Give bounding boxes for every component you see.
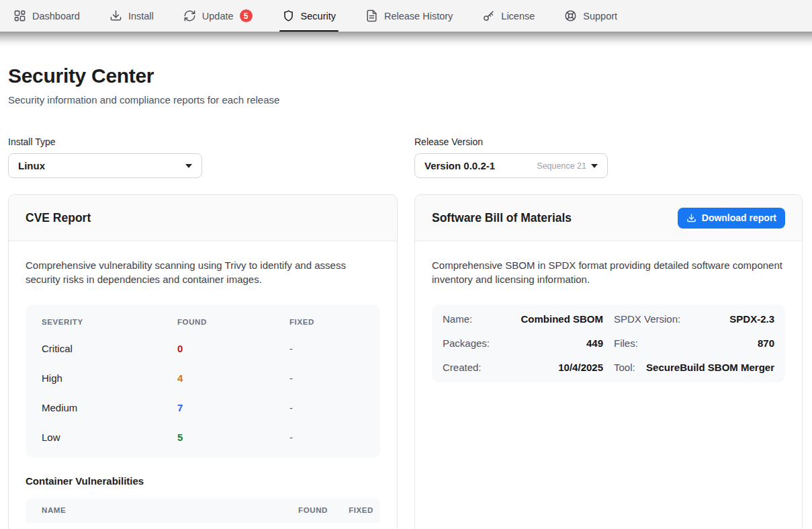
container-vulnerabilities-title: Container Vulnerabilities <box>26 475 380 487</box>
sequence-label: Sequence 21 <box>537 161 586 171</box>
sbom-card-header: Software Bill of Materials Download repo… <box>415 195 802 241</box>
release-version-label: Release Version <box>414 136 803 147</box>
nav-label: Install <box>128 11 154 22</box>
field-label: SPDX Version: <box>614 313 680 325</box>
table-row-high: High 4 - <box>26 364 380 393</box>
table-row-medium: Medium 7 - <box>26 393 380 423</box>
chevron-down-icon <box>591 164 598 168</box>
download-report-button[interactable]: Download report <box>678 208 785 229</box>
active-tab-underline <box>279 30 339 32</box>
col-name: NAME <box>42 506 274 514</box>
file-text-icon <box>365 9 378 22</box>
col-fixed: FIXED <box>289 318 364 326</box>
filters-row: Install Type Linux Release Version Versi… <box>8 136 803 178</box>
field-label: Name: <box>443 313 472 325</box>
chevron-down-icon <box>185 164 192 168</box>
nav-item-security[interactable]: Security <box>275 0 343 32</box>
key-icon <box>482 9 495 22</box>
field-value: SecureBuild SBOM Merger <box>646 362 774 373</box>
sbom-field-spdx-version: SPDX Version: SPDX-2.3 <box>614 313 774 325</box>
nav-shadow-divider <box>0 32 812 46</box>
update-count-badge: 5 <box>240 9 253 22</box>
install-type-filter: Install Type Linux <box>8 136 398 178</box>
fixed-count: - <box>289 372 364 384</box>
sbom-description: Comprehensive SBOM in SPDX format provid… <box>432 258 785 287</box>
sbom-card: Software Bill of Materials Download repo… <box>414 194 803 529</box>
table-row-low: Low 5 - <box>26 423 380 452</box>
nav-label: License <box>501 11 535 22</box>
cve-report-card: CVE Report Comprehensive vulnerability s… <box>8 194 398 529</box>
nav-label: Security <box>301 11 336 22</box>
nav-label: Release History <box>384 11 453 22</box>
nav-item-update[interactable]: Update 5 <box>177 0 259 32</box>
field-value: SPDX-2.3 <box>729 313 774 325</box>
nav-item-release-history[interactable]: Release History <box>359 0 459 32</box>
sbom-info-row: Packages: 449 Files: 870 <box>443 331 774 356</box>
severity-name: Low <box>42 432 177 443</box>
sbom-field-created: Created: 10/4/2025 <box>443 362 603 373</box>
col-found: FOUND <box>274 506 328 514</box>
severity-name: Medium <box>42 402 177 413</box>
sbom-info-row: Created: 10/4/2025 Tool: SecureBuild SBO… <box>443 356 774 380</box>
field-label: Files: <box>614 337 638 349</box>
sbom-info-panel: Name: Combined SBOM SPDX Version: SPDX-2… <box>432 304 785 382</box>
nav-label: Update <box>202 11 234 22</box>
release-version-filter: Release Version Version 0.0.2-1 Sequence… <box>414 136 803 178</box>
sbom-card-title: Software Bill of Materials <box>432 211 572 225</box>
cve-card-body: Comprehensive vulnerability scanning usi… <box>9 241 397 529</box>
found-count: 7 <box>177 402 289 413</box>
release-version-value: Version 0.0.2-1 <box>424 160 495 171</box>
sbom-field-packages: Packages: 449 <box>443 337 603 349</box>
found-count: 5 <box>177 432 289 443</box>
field-value: 10/4/2025 <box>558 362 603 373</box>
nav-item-license[interactable]: License <box>476 0 541 32</box>
field-value: Combined SBOM <box>521 313 604 325</box>
col-found: FOUND <box>177 318 289 326</box>
nav-item-dashboard[interactable]: Dashboard <box>7 0 87 32</box>
nav-label: Dashboard <box>32 11 80 22</box>
nav-item-support[interactable]: Support <box>557 0 624 32</box>
page-title: Security Center <box>8 65 803 87</box>
sbom-card-body: Comprehensive SBOM in SPDX format provid… <box>415 241 802 399</box>
cve-description: Comprehensive vulnerability scanning usi… <box>26 258 380 287</box>
main-content: Security Center Security information and… <box>0 65 812 529</box>
install-type-select[interactable]: Linux <box>8 153 202 178</box>
nav-item-install[interactable]: Install <box>103 0 161 32</box>
dashboard-grid-icon <box>13 9 26 22</box>
lifebuoy-icon <box>564 9 577 22</box>
nav-label: Support <box>583 11 617 22</box>
refresh-icon <box>183 9 196 22</box>
found-count: 0 <box>177 343 289 354</box>
fixed-count: - <box>289 432 364 443</box>
field-value: 870 <box>758 337 774 349</box>
shield-icon <box>282 9 295 22</box>
release-version-select[interactable]: Version 0.0.2-1 Sequence 21 <box>414 153 608 178</box>
container-table-header: NAME FOUND FIXED <box>26 498 380 523</box>
container-vulnerabilities-table: NAME FOUND FIXED <box>26 498 380 523</box>
field-label: Created: <box>443 362 482 373</box>
sbom-info-row: Name: Combined SBOM SPDX Version: SPDX-2… <box>443 307 774 331</box>
report-cards: CVE Report Comprehensive vulnerability s… <box>8 194 803 529</box>
download-icon <box>686 213 696 223</box>
field-value: 449 <box>586 337 603 349</box>
sbom-field-tool: Tool: SecureBuild SBOM Merger <box>614 362 774 373</box>
fixed-count: - <box>289 402 364 413</box>
sbom-field-files: Files: 870 <box>614 337 774 349</box>
top-navigation: Dashboard Install Update 5 Security <box>0 0 812 32</box>
fixed-count: - <box>289 343 364 354</box>
severity-name: High <box>42 372 177 384</box>
col-severity: SEVERITY <box>42 318 177 326</box>
sbom-field-name: Name: Combined SBOM <box>443 313 603 325</box>
install-type-value: Linux <box>18 160 45 171</box>
severity-table-header: SEVERITY FOUND FIXED <box>26 310 380 334</box>
col-fixed: FIXED <box>328 506 373 514</box>
cve-card-title: CVE Report <box>26 211 91 225</box>
severity-name: Critical <box>42 343 177 354</box>
found-count: 4 <box>177 372 289 384</box>
table-row-critical: Critical 0 - <box>26 334 380 364</box>
severity-table: SEVERITY FOUND FIXED Critical 0 - High 4… <box>26 304 380 458</box>
page-subtitle: Security information and compliance repo… <box>8 94 803 106</box>
install-type-label: Install Type <box>8 136 398 147</box>
download-icon <box>109 9 122 22</box>
field-label: Tool: <box>614 362 635 373</box>
